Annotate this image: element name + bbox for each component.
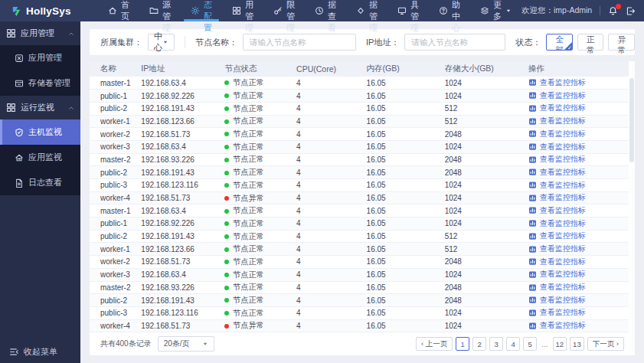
nav-item-gear[interactable]: 组态配置 — [181, 0, 222, 21]
nav-item-diamond[interactable]: 数据管理 — [346, 0, 387, 21]
table-row[interactable]: public-2 192.168.191.43 节点正常 4 16.05 512… — [90, 102, 629, 115]
node-name-input[interactable] — [243, 34, 356, 51]
nav-item-clock[interactable]: 数据查看 — [305, 0, 346, 21]
cell-name: public-3 — [90, 179, 138, 192]
table-row[interactable]: worker-1 192.168.123.66 节点正常 4 16.05 512… — [90, 115, 629, 128]
next-page-button[interactable]: 下一页 — [587, 337, 624, 351]
cell-cpu: 4 — [293, 77, 364, 90]
cell-storage: 1024 — [442, 140, 525, 153]
view-metrics-link[interactable]: 查看监控指标 — [528, 295, 586, 306]
status-filter-button[interactable]: 正常 — [577, 34, 604, 51]
status-filter-button[interactable]: 异常 — [608, 34, 635, 51]
status-filter-button[interactable]: 全部状态 — [546, 34, 573, 51]
filter-divider — [185, 36, 185, 48]
view-metrics-link[interactable]: 查看监控指标 — [528, 116, 586, 126]
view-metrics-link[interactable]: 查看监控指标 — [528, 205, 586, 216]
table-row[interactable]: master-2 192.168.93.226 节点正常 4 16.05 204… — [90, 153, 629, 166]
page-button[interactable]: 13 — [570, 337, 584, 351]
sidebar-item[interactable]: 应用管理 — [0, 45, 80, 70]
table-row[interactable]: worker-2 192.168.51.73 节点正常 4 16.05 2048… — [90, 128, 629, 141]
page-button[interactable]: 4 — [506, 337, 520, 351]
cell-name: public-2 — [90, 166, 138, 179]
table-row[interactable]: master-1 192.168.63.4 节点正常 4 16.05 1024 … — [90, 204, 629, 217]
view-metrics-link[interactable]: 查看监控指标 — [528, 77, 586, 88]
status-dot — [224, 158, 229, 162]
view-metrics-link[interactable]: 查看监控指标 — [528, 129, 586, 139]
cell-cpu: 4 — [293, 294, 364, 307]
table-row[interactable]: public-2 192.168.191.43 节点正常 4 16.05 204… — [90, 294, 629, 307]
cell-storage: 2048 — [442, 294, 525, 307]
view-metrics-link[interactable]: 查看监控指标 — [528, 103, 586, 113]
notifications-button[interactable] — [608, 6, 618, 16]
table-row[interactable]: public-1 192.168.92.226 节点正常 4 16.05 102… — [90, 90, 629, 103]
page-button[interactable]: 12 — [553, 337, 567, 351]
view-metrics-link[interactable]: 查看监控指标 — [528, 269, 586, 280]
page-button[interactable]: 2 — [472, 337, 486, 351]
nav-item-help[interactable]: 帮助中心 — [429, 0, 470, 21]
view-metrics-link[interactable]: 查看监控指标 — [528, 192, 586, 203]
nav-item-folder[interactable]: 资源管理 — [139, 0, 181, 21]
table-row[interactable]: public-1 192.168.92.226 节点正常 4 16.05 102… — [90, 217, 629, 231]
page-button[interactable]: 5 — [523, 337, 537, 351]
chart-icon — [528, 155, 537, 164]
view-metrics-link[interactable]: 查看监控指标 — [528, 154, 586, 165]
sidebar-item[interactable]: 存储卷管理 — [0, 70, 80, 96]
table-row[interactable]: public-3 192.168.123.116 节点正常 4 16.05 10… — [90, 179, 629, 192]
page-button[interactable]: 1 — [456, 337, 469, 351]
table-row[interactable]: worker-4 192.168.51.73 节点异常 4 16.05 1024… — [90, 319, 629, 332]
table-row[interactable]: worker-2 192.168.51.73 节点正常 4 16.05 2048… — [90, 256, 629, 269]
view-metrics-link[interactable]: 查看监控指标 — [528, 244, 586, 254]
prev-page-button[interactable]: 上一页 — [416, 337, 453, 351]
cell-storage: 1024 — [442, 179, 525, 192]
table-row[interactable]: worker-3 192.168.63.4 节点正常 4 16.05 1024 … — [90, 268, 629, 281]
view-metrics-link[interactable]: 查看监控指标 — [528, 257, 586, 267]
page-button[interactable]: 3 — [489, 337, 503, 351]
cell-cpu: 4 — [293, 243, 364, 256]
view-metrics-link[interactable]: 查看监控指标 — [528, 282, 586, 293]
ip-input[interactable] — [404, 34, 505, 51]
cell-memory: 16.05 — [364, 306, 442, 319]
collapse-menu-button[interactable]: 收起菜单 — [0, 340, 80, 363]
cell-status: 节点正常 — [221, 217, 293, 231]
table-row[interactable]: worker-3 192.168.63.4 节点正常 4 16.05 1024 … — [90, 140, 629, 153]
table-row[interactable]: worker-4 192.168.51.73 节点异常 4 16.05 1024… — [90, 191, 629, 204]
table-row[interactable]: public-3 192.168.123.116 节点正常 4 16.05 10… — [90, 306, 629, 319]
sidebar-group-header[interactable]: 运行监视 — [0, 96, 80, 119]
cell-name: public-1 — [90, 217, 138, 231]
page-size-select[interactable]: 20条/页 — [158, 336, 214, 352]
view-metrics-link[interactable]: 查看监控指标 — [528, 218, 586, 229]
nav-item-monitor[interactable]: 工具管理 — [387, 0, 429, 21]
cell-status: 节点正常 — [221, 128, 293, 141]
chart-icon — [528, 104, 537, 113]
table-row[interactable]: worker-1 192.168.123.66 节点正常 4 16.05 512… — [90, 243, 629, 256]
view-metrics-link[interactable]: 查看监控指标 — [528, 307, 586, 318]
sidebar-item[interactable]: 主机监视 — [0, 119, 80, 145]
logout-button[interactable] — [626, 6, 636, 16]
scrollbar[interactable] — [629, 78, 634, 331]
sidebar-item[interactable]: 应用监视 — [0, 145, 80, 170]
cell-storage: 2048 — [442, 166, 525, 179]
view-metrics-link[interactable]: 查看监控指标 — [528, 180, 586, 191]
scrollbar-thumb[interactable] — [629, 78, 634, 162]
nav-item-more[interactable]: 更多 — [470, 0, 521, 21]
table-row[interactable]: master-1 192.168.63.4 节点正常 4 16.05 1024 … — [90, 77, 629, 90]
chart-icon — [528, 129, 537, 138]
cell-name: worker-1 — [90, 243, 138, 256]
nav-item-grid[interactable]: 应用管理 — [222, 0, 263, 21]
view-metrics-link[interactable]: 查看监控指标 — [528, 167, 586, 178]
view-metrics-link[interactable]: 查看监控指标 — [528, 90, 586, 101]
nav-item-key[interactable]: 权限管理 — [263, 0, 305, 21]
table-row[interactable]: public-2 192.168.191.43 节点正常 4 16.05 512… — [90, 230, 629, 243]
cell-cpu: 4 — [293, 306, 364, 319]
cell-cpu: 4 — [293, 90, 364, 103]
table-row[interactable]: master-2 192.168.93.226 节点正常 4 16.05 204… — [90, 281, 629, 294]
sidebar-item[interactable]: 日志查看 — [0, 170, 80, 195]
view-metrics-link[interactable]: 查看监控指标 — [528, 142, 586, 152]
view-metrics-link[interactable]: 查看监控指标 — [528, 320, 586, 331]
view-metrics-link[interactable]: 查看监控指标 — [528, 231, 586, 241]
sidebar-group-header[interactable]: 应用管理 — [0, 21, 80, 45]
nav-item-home[interactable]: 首页 — [98, 0, 139, 21]
cluster-select[interactable]: 中心 — [148, 34, 175, 51]
table-row[interactable]: public-2 192.168.191.43 节点正常 4 16.05 204… — [90, 166, 629, 179]
storage-icon — [15, 79, 24, 88]
